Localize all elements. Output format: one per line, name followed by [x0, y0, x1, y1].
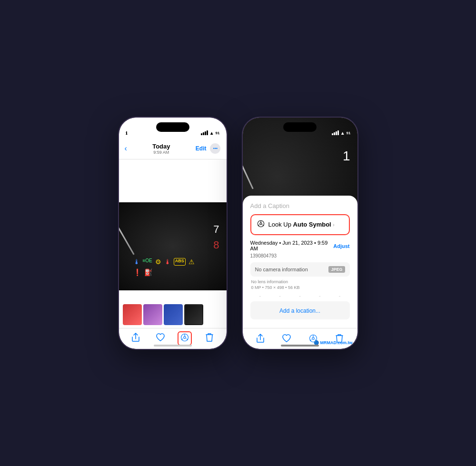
- photo-area: 7 8 🌡 ≡OE ⚙ 🌡 ABS ⚠ ❗ ⛽: [119, 159, 227, 301]
- right-phone-screen: 1 🌡 ≡OE ⚙ 🌡 ABS ⚠ ❗ ⛽: [243, 118, 357, 349]
- warning-lights-left: 🌡 ≡OE ⚙ 🌡 ABS ⚠ ❗ ⛽: [133, 258, 195, 276]
- divider-4: -: [319, 293, 321, 298]
- thumb-blue[interactable]: [164, 304, 183, 325]
- share-icon: [131, 333, 140, 344]
- nav-title-sub: 9:59 AM: [152, 150, 170, 155]
- left-phone: ℹ ▲ 91 ‹ Today 9:59 AM: [118, 117, 228, 350]
- dynamic-island-right: [283, 122, 317, 132]
- camera-info-row: No camera information JPEG: [250, 262, 350, 277]
- nav-bar-left: ‹ Today 9:59 AM Edit •••: [119, 139, 227, 159]
- wifi-icon-right: ▲: [340, 130, 345, 136]
- lens-info: No lens information: [250, 279, 350, 284]
- speed-numbers: 7 8: [213, 221, 219, 253]
- battery-level: 91: [216, 131, 220, 135]
- back-button[interactable]: ‹: [125, 144, 127, 153]
- thumb-dashboard[interactable]: [184, 304, 203, 325]
- divider-2: -: [279, 293, 281, 298]
- status-left-info: ℹ: [126, 131, 127, 136]
- home-indicator-left: [154, 345, 192, 347]
- photo-white-bottom: [119, 290, 227, 301]
- speed-number-1: 1: [343, 146, 350, 166]
- heart-button[interactable]: [153, 331, 168, 346]
- home-indicator-right: [281, 345, 319, 347]
- thumb-red[interactable]: [123, 304, 142, 325]
- signal-right: [332, 130, 339, 135]
- heart-icon: [156, 333, 165, 344]
- speedometer-needle: [119, 217, 135, 255]
- more-icon: •••: [213, 146, 218, 151]
- signal-icon: [201, 130, 208, 135]
- divider-3: -: [299, 293, 301, 298]
- nav-title-main: Today: [152, 143, 170, 150]
- photo-dimensions: 0 MP • 750 × 498 • 56 KB: [250, 285, 350, 290]
- photo-id: 1390804793: [250, 253, 350, 258]
- engine-warning: ⚙: [155, 258, 161, 266]
- exclamation-warning: ❗: [133, 268, 141, 276]
- dashboard-background: 7 8 🌡 ≡OE ⚙ 🌡 ABS ⚠ ❗ ⛽: [119, 202, 227, 290]
- trash-icon: [206, 333, 213, 344]
- abs-warning: ABS: [174, 258, 186, 266]
- left-phone-screen: ℹ ▲ 91 ‹ Today 9:59 AM: [119, 118, 227, 349]
- eco-warning: ≡OE: [143, 258, 152, 266]
- dynamic-island-left: [156, 122, 189, 132]
- photo-white-top: [119, 159, 227, 202]
- add-location-button[interactable]: Add a location...: [250, 301, 350, 319]
- photo-date: Wednesday • Jun 21, 2023 • 9:59 AM: [250, 240, 334, 251]
- status-right-info: ▲ 91: [201, 130, 220, 136]
- status-info-icon: ℹ: [126, 131, 127, 136]
- traction-warning: ⚠: [188, 258, 195, 266]
- svg-point-1: [184, 337, 186, 339]
- share-button-right[interactable]: [253, 331, 268, 346]
- temp-red-warning: 🌡: [164, 258, 171, 266]
- bottom-sheet: Add a Caption Look Up Auto Symbol › Wedn…: [243, 196, 357, 328]
- lookup-auto-symbol-button[interactable]: Look Up Auto Symbol ›: [250, 214, 350, 235]
- steering-wheel-lookup-icon: [257, 220, 265, 229]
- trash-button[interactable]: [202, 331, 217, 346]
- nav-title: Today 9:59 AM: [152, 143, 170, 155]
- photo-dashboard: 7 8 🌡 ≡OE ⚙ 🌡 ABS ⚠ ❗ ⛽: [119, 202, 227, 290]
- steering-wheel-icon: [180, 333, 189, 344]
- right-phone: 1 🌡 ≡OE ⚙ 🌡 ABS ⚠ ❗ ⛽: [242, 117, 358, 350]
- divider-1: -: [259, 293, 261, 298]
- thumb-person[interactable]: [143, 304, 162, 325]
- status-right-right: ▲ 91: [332, 130, 351, 136]
- location-label: Add a location...: [279, 307, 320, 314]
- edit-button[interactable]: Edit: [196, 145, 207, 152]
- wifi-icon: ▲: [209, 130, 214, 136]
- adjust-button[interactable]: Adjust: [333, 243, 349, 249]
- divider-5: -: [339, 293, 341, 298]
- photo-info-section: Wednesday • Jun 21, 2023 • 9:59 AM Adjus…: [250, 240, 350, 258]
- speedometer-needle-right: [243, 137, 254, 189]
- dividers-row: - - - - -: [250, 293, 350, 298]
- camera-info-label: No camera information: [255, 267, 308, 272]
- svg-point-5: [312, 337, 314, 340]
- jpeg-badge: JPEG: [328, 266, 345, 273]
- share-icon-right: [256, 334, 265, 343]
- speed-8: 8: [213, 237, 219, 253]
- battery-right: 91: [347, 131, 351, 135]
- fuel-warning: ⛽: [144, 268, 152, 276]
- heart-button-right[interactable]: [279, 331, 294, 346]
- speed-7: 7: [213, 221, 219, 237]
- caption-placeholder[interactable]: Add a Caption: [250, 202, 350, 209]
- heart-icon-right: [282, 334, 291, 343]
- share-button[interactable]: [129, 331, 143, 346]
- lookup-text: Look Up Auto Symbol ›: [268, 221, 335, 228]
- watermark: 🔵 MRMAD.com.tw: [314, 340, 353, 345]
- wheel-button-highlighted[interactable]: [178, 331, 192, 346]
- thumbnail-strip: [119, 301, 227, 328]
- temp-warning: 🌡: [133, 258, 140, 266]
- watermark-text: MRMAD.com.tw: [320, 340, 353, 345]
- more-button[interactable]: •••: [210, 143, 220, 154]
